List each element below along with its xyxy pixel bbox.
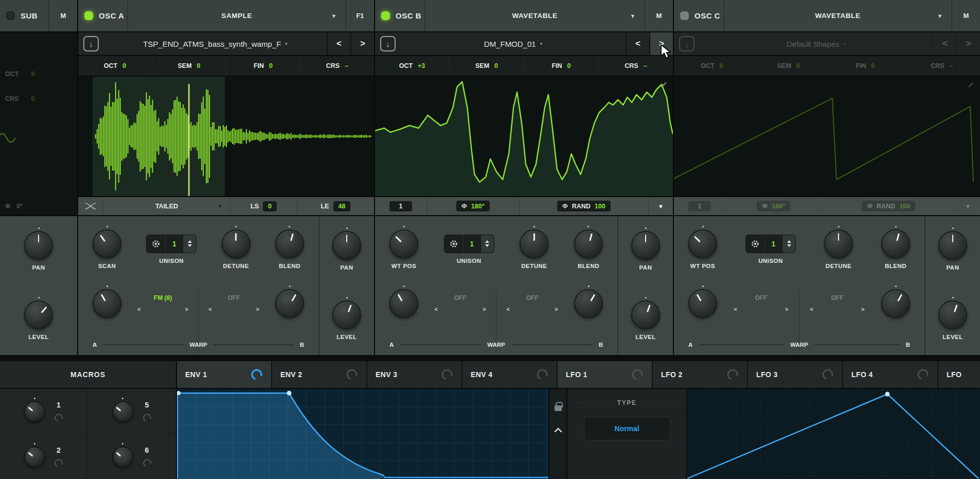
import-icon[interactable]: ↓ (679, 36, 694, 51)
lfo-type-select[interactable]: Normal (584, 417, 670, 440)
osc-a-scan-knob[interactable] (93, 229, 121, 258)
osc-a-fin-control[interactable]: FIN0 (226, 56, 300, 76)
osc-b-wt-pos-knob[interactable] (389, 229, 418, 258)
osc-a-unison-voices[interactable]: 1 (146, 235, 197, 253)
osc-a-level-knob[interactable] (332, 300, 361, 329)
osc-c-unison-voices[interactable]: 1 (745, 235, 796, 253)
sub-phase-control[interactable]: Φ0° (5, 203, 23, 210)
osc-a-blend-knob[interactable] (275, 229, 304, 258)
lock-icon[interactable] (555, 405, 562, 411)
env-1-display[interactable] (177, 389, 548, 479)
macro-6-knob[interactable] (113, 447, 133, 467)
sub-level-knob[interactable] (24, 300, 53, 329)
osc-c-power-led[interactable] (680, 11, 689, 20)
osc-b-sem-control[interactable]: SEM0 (449, 56, 524, 76)
macro-1-mod-ring-icon[interactable] (54, 413, 63, 422)
osc-a-warp-b-knob[interactable] (275, 289, 304, 318)
macro-2-mod-ring-icon[interactable] (54, 458, 63, 468)
osc-a-sample-name[interactable]: TSP_END_ATMS_bass_synth_wamp_F ▾ (104, 32, 327, 55)
next-arrow-icon[interactable]: > (785, 306, 788, 312)
osc-c-phase-control[interactable]: Φ180° (725, 197, 821, 215)
tab-lfo-3[interactable]: LFO 3 (748, 361, 843, 388)
next-arrow-icon[interactable]: > (555, 306, 558, 312)
osc-c-fin-control[interactable]: FIN0 (827, 56, 903, 76)
macro-5-knob[interactable] (113, 401, 133, 422)
osc-c-warp-a-knob[interactable] (688, 289, 717, 318)
osc-b-level-knob[interactable] (631, 300, 660, 329)
osc-c-wt-pos-knob[interactable] (688, 229, 717, 258)
gear-icon[interactable] (444, 235, 463, 253)
osc-a-next-button[interactable]: > (350, 32, 374, 55)
prev-arrow-icon[interactable]: < (506, 306, 509, 312)
osc-c-next-button[interactable]: > (956, 32, 980, 55)
osc-b-warp-a-knob[interactable] (389, 289, 418, 318)
macro-5-mod-ring-icon[interactable] (142, 413, 152, 422)
osc-b-next-button[interactable]: > (649, 32, 673, 55)
osc-b-mute-button[interactable]: M (644, 0, 673, 31)
osc-b-fin-control[interactable]: FIN0 (524, 56, 598, 76)
osc-a-window-mode-select[interactable]: TAILED ▼ (103, 197, 230, 215)
sub-crs-control[interactable]: CRS0 (5, 95, 34, 102)
osc-b-blend-knob[interactable] (574, 229, 603, 258)
osc-a-prev-button[interactable]: < (327, 32, 350, 55)
macro-1-knob[interactable] (24, 401, 45, 422)
osc-a-warp-a-knob[interactable] (93, 289, 121, 318)
osc-b-pan-knob[interactable] (631, 231, 660, 260)
prev-arrow-icon[interactable]: < (810, 306, 813, 312)
osc-b-crs-control[interactable]: CRS– (598, 56, 673, 76)
osc-b-phase-rand-control[interactable]: ΦRAND100 (519, 197, 648, 215)
macro-6-mod-ring-icon[interactable] (142, 458, 152, 468)
macro-2-knob[interactable] (24, 447, 45, 467)
osc-c-blend-knob[interactable] (881, 229, 910, 258)
osc-b-wavetable-name[interactable]: DM_FMOD_01 ▾ (401, 32, 626, 55)
next-arrow-icon[interactable]: > (483, 306, 486, 312)
osc-c-expand-button[interactable]: ▼ (955, 197, 980, 215)
osc-a-keytrack-button[interactable]: F1 (345, 0, 374, 31)
osc-b-warp-b-knob[interactable] (574, 289, 603, 318)
osc-c-level-knob[interactable] (938, 300, 967, 329)
osc-b-prev-button[interactable]: < (626, 32, 649, 55)
osc-c-phase-rand-control[interactable]: ΦRAND100 (821, 197, 955, 215)
tab-lfo-1[interactable]: LFO 1 (558, 361, 653, 388)
chevron-up-icon[interactable] (554, 428, 562, 433)
tab-lfo-4[interactable]: LFO 4 (843, 361, 938, 388)
osc-c-mode-select[interactable]: WAVETABLE ▼ (723, 0, 951, 31)
loop-start-control[interactable]: LS 0 (230, 197, 297, 215)
osc-b-unison-voices[interactable]: 1 (444, 235, 494, 253)
osc-a-detune-knob[interactable] (222, 229, 251, 258)
osc-a-oct-control[interactable]: OCT0 (78, 56, 152, 76)
prev-arrow-icon[interactable]: < (208, 306, 211, 312)
sub-pan-knob[interactable] (24, 231, 53, 260)
gear-icon[interactable] (746, 235, 764, 253)
loop-end-control[interactable]: LE 48 (297, 197, 374, 215)
unison-stepper[interactable] (480, 235, 494, 253)
wavetable-edit-icon[interactable] (660, 81, 668, 88)
tab-lfo-5[interactable]: LFO (938, 361, 980, 388)
import-icon[interactable]: ↓ (83, 36, 99, 51)
next-arrow-icon[interactable]: > (256, 306, 259, 312)
tab-env-2[interactable]: ENV 2 (272, 361, 367, 388)
osc-c-warp-b-knob[interactable] (881, 289, 910, 318)
osc-c-waveform-display[interactable] (674, 77, 980, 196)
osc-b-expand-button[interactable]: ▼ (648, 197, 673, 215)
osc-b-oct-control[interactable]: OCT+3 (375, 56, 449, 76)
osc-c-crs-control[interactable]: CRS– (903, 56, 980, 76)
osc-c-pan-knob[interactable] (938, 231, 967, 260)
tab-env-4[interactable]: ENV 4 (462, 361, 558, 388)
prev-arrow-icon[interactable]: < (734, 306, 737, 312)
osc-c-frame-control[interactable]: 1 (674, 197, 725, 215)
osc-c-mute-button[interactable]: M (951, 0, 980, 31)
unison-stepper[interactable] (183, 235, 196, 253)
osc-c-prev-button[interactable]: < (933, 32, 956, 55)
gear-icon[interactable] (147, 235, 165, 253)
osc-c-wavetable-name[interactable]: Default Shapes ▾ (700, 32, 933, 55)
osc-b-frame-control[interactable]: 1 (375, 197, 426, 215)
sub-power-led[interactable] (6, 11, 15, 20)
osc-b-phase-control[interactable]: Φ180° (426, 197, 519, 215)
osc-a-power-led[interactable] (84, 11, 93, 20)
sub-mute-button[interactable]: M (48, 0, 77, 31)
osc-a-sem-control[interactable]: SEM0 (152, 56, 226, 76)
osc-a-pan-knob[interactable] (332, 231, 361, 260)
tab-lfo-2[interactable]: LFO 2 (653, 361, 748, 388)
crossfade-icon[interactable] (78, 197, 103, 215)
